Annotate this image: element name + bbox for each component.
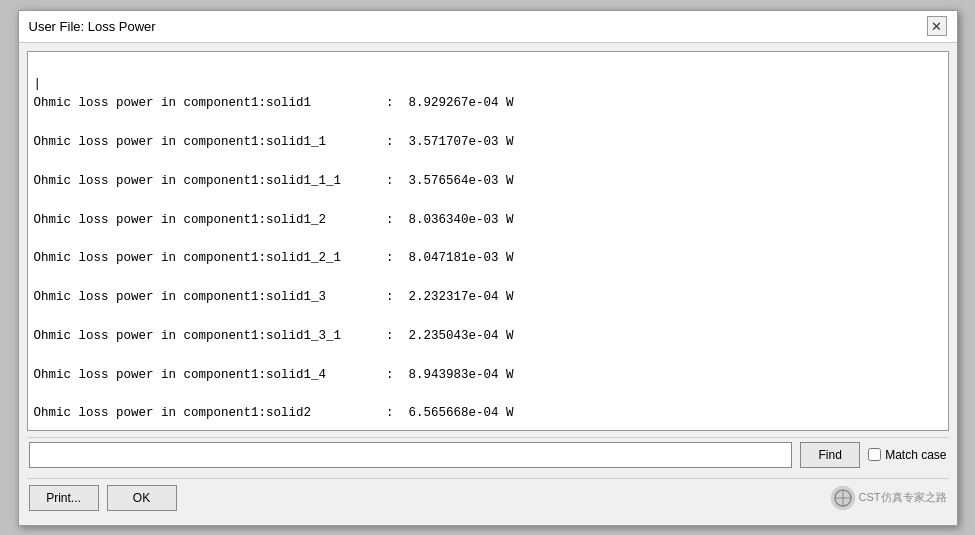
match-case-label[interactable]: Match case — [868, 448, 946, 462]
text-line-4: Ohmic loss power in component1:solid1_2 … — [34, 211, 942, 230]
title-bar: User File: Loss Power ✕ — [19, 11, 957, 43]
watermark: CST仿真专家之路 — [831, 486, 947, 510]
find-input[interactable] — [29, 442, 793, 468]
watermark-text: CST仿真专家之路 — [859, 490, 947, 505]
dialog-title: User File: Loss Power — [29, 19, 156, 34]
match-case-text: Match case — [885, 448, 946, 462]
button-bar: Print... OK CST仿真专家之路 — [27, 478, 949, 517]
match-case-checkbox[interactable] — [868, 448, 881, 461]
find-button[interactable]: Find — [800, 442, 860, 468]
ok-button[interactable]: OK — [107, 485, 177, 511]
watermark-logo — [831, 486, 855, 510]
dialog-window: User File: Loss Power ✕ Ohmic loss power… — [18, 10, 958, 526]
text-line-7: Ohmic loss power in component1:solid1_3_… — [34, 327, 942, 346]
print-button[interactable]: Print... — [29, 485, 99, 511]
text-line-6: Ohmic loss power in component1:solid1_3 … — [34, 288, 942, 307]
text-line-1: Ohmic loss power in component1:solid1 : … — [34, 94, 942, 113]
text-line-5: Ohmic loss power in component1:solid1_2_… — [34, 249, 942, 268]
content-area: Ohmic loss power in component1:solid1 : … — [19, 43, 957, 525]
text-display[interactable]: Ohmic loss power in component1:solid1 : … — [27, 51, 949, 431]
text-line-3: Ohmic loss power in component1:solid1_1_… — [34, 172, 942, 191]
text-line-8: Ohmic loss power in component1:solid1_4 … — [34, 366, 942, 385]
text-line-2: Ohmic loss power in component1:solid1_1 … — [34, 133, 942, 152]
text-line-9: Ohmic loss power in component1:solid2 : … — [34, 404, 942, 423]
close-button[interactable]: ✕ — [927, 16, 947, 36]
find-bar: Find Match case — [27, 437, 949, 472]
